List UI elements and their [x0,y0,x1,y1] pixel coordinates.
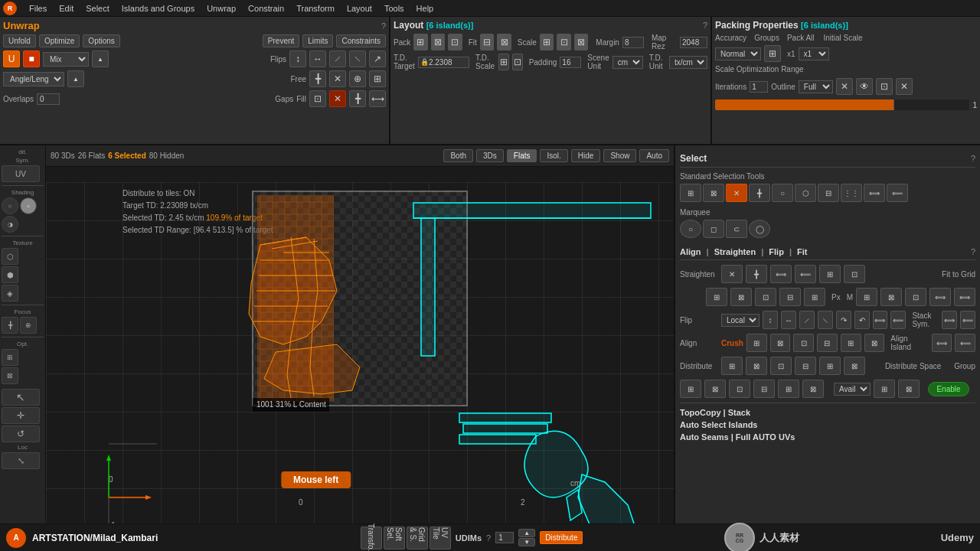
opt-btn2[interactable]: ⊠ [2,367,18,384]
menu-help[interactable]: Help [410,2,440,15]
sidebar-uv[interactable]: UV [2,165,40,182]
align-right-btn[interactable]: ⊡ [793,334,814,352]
flip-v-btn[interactable]: ↕ [289,51,306,67]
x1-select[interactable]: x1 [799,47,829,60]
focus-btn1[interactable]: ╋ [2,317,18,334]
straighten-btn6[interactable]: ⊡ [844,265,865,283]
uv-viewport[interactable]: 80 3Ds 26 Flats 6 Selected 80 Hidden Bot… [46,145,674,523]
menu-select[interactable]: Select [80,2,116,15]
pack-btn1[interactable]: ⊞ [413,34,428,51]
optimize-btn[interactable]: Optimize [39,34,80,47]
fit-btn1[interactable]: ⊟ [480,34,495,51]
dist-btn6[interactable]: ⊠ [844,357,865,375]
menu-constrain[interactable]: Constrain [242,2,290,15]
soft-sel-tab[interactable]: Soft Sel. [384,527,405,549]
flip-d2-tool[interactable]: ⟍ [818,311,833,329]
limits-btn[interactable]: Limits [302,34,333,47]
grid-tab[interactable]: Grid & S. [407,527,428,549]
menu-layout[interactable]: Layout [341,2,378,15]
crush-label[interactable]: Crush [721,339,743,347]
dist-avail-btn2[interactable]: ⊠ [898,380,920,398]
texture-btn3[interactable]: ◈ [2,285,18,302]
flip-rot1[interactable]: ↷ [836,311,851,329]
flip-d1-btn[interactable]: ⟋ [329,51,346,67]
fill-cross-icon[interactable]: ╋ [349,90,366,107]
tab-hide[interactable]: Hide [571,149,601,162]
ftg-btn3[interactable]: ⊡ [755,288,776,306]
stop-icon-btn[interactable]: ■ [23,51,40,67]
marquee-lasso[interactable]: ⊂ [726,220,747,238]
fit-btn2[interactable]: ⊠ [497,34,511,51]
align-bottom-btn[interactable]: ⊠ [864,334,885,352]
marquee-circ2[interactable]: ◯ [749,220,770,238]
flip-more1[interactable]: ⟺ [873,311,888,329]
ftg-btn1[interactable]: ⊞ [706,288,727,306]
td-target-input[interactable] [429,58,467,67]
select-tool-grid2[interactable]: ⊠ [703,184,724,202]
straighten-btn4[interactable]: ⟸ [795,265,816,283]
dist-sp-btn4[interactable]: ⊟ [753,380,775,398]
dist-sp-btn5[interactable]: ⊞ [778,380,799,398]
stack-sym-btn2[interactable]: ⟸ [960,311,975,329]
fill-move-icon[interactable]: ⟷ [369,90,386,107]
unwrap-question[interactable]: ? [381,21,386,31]
flip-h-tool[interactable]: ↔ [781,311,796,329]
map-rez-input[interactable] [680,37,707,48]
tool-move[interactable]: ✛ [2,407,40,424]
free-icon1[interactable]: ╋ [309,70,326,87]
focus-btn2[interactable]: ⊕ [20,317,37,334]
tab-flats[interactable]: Flats [507,149,537,162]
scale-btn3[interactable]: ⊠ [574,34,589,51]
dist-sp-btn1[interactable]: ⊞ [680,380,701,398]
padding-input[interactable] [560,57,581,68]
free-icon3[interactable]: ⊕ [349,70,366,87]
pack-all-icon1[interactable]: ⊞ [764,45,781,62]
shading-wire[interactable]: ● [20,197,37,214]
dist-btn2[interactable]: ⊠ [746,357,767,375]
select-tool-hex[interactable]: ⬡ [795,184,816,202]
align-center-v-btn[interactable]: ⊞ [841,334,861,352]
select-tool-more1[interactable]: ⟸ [887,184,908,202]
free-icon2[interactable]: ✕ [329,70,346,87]
scale-btn2[interactable]: ⊡ [557,34,571,51]
normal-select[interactable]: Normal [715,47,761,60]
avail-select[interactable]: Avail. [834,383,871,396]
select-tool-x[interactable]: ✕ [726,184,747,202]
overlaps-input[interactable] [37,93,60,105]
dist-btn5[interactable]: ⊞ [819,357,841,375]
ftg-btn5[interactable]: ⊞ [804,288,825,306]
pack-btn3[interactable]: ⊡ [448,34,462,51]
menu-islands[interactable]: Islands and Groups [116,2,201,15]
udim-down-btn[interactable]: ▼ [518,538,535,546]
select-tool-grid[interactable]: ⊞ [680,184,701,202]
select-question[interactable]: ? [971,154,975,163]
dist-avail-btn1[interactable]: ⊞ [874,380,895,398]
fill-icon[interactable]: ⊡ [309,90,326,107]
margin-input[interactable] [622,37,644,48]
dist-btn3[interactable]: ⊡ [770,357,792,375]
angle-length-dropdown[interactable]: Angle/Length [3,72,64,86]
mix-up-btn[interactable]: ▲ [92,51,109,67]
udim-question[interactable]: ? [486,533,491,543]
constraints-btn[interactable]: Constraints [336,34,386,47]
uv-tab[interactable]: UV Tile [430,527,451,549]
dist-sp-btn3[interactable]: ⊡ [729,380,750,398]
outline-icon2[interactable]: 👁 [856,78,873,95]
align-island-btn2[interactable]: ⟸ [955,334,975,352]
dist-btn1[interactable]: ⊞ [721,357,743,375]
unfold-btn[interactable]: Unfold [3,34,36,47]
straighten-btn1[interactable]: ✕ [721,265,743,283]
flip-more2[interactable]: ⟸ [890,311,906,329]
udim-value-input[interactable] [495,532,514,543]
tool-rotate[interactable]: ↺ [2,425,40,442]
select-tool-grid3[interactable]: ⊟ [818,184,839,202]
menu-edit[interactable]: Edit [53,2,80,15]
shading-mat[interactable]: ◑ [2,216,18,233]
texture-btn2[interactable]: ⬢ [2,266,18,283]
local-select[interactable]: Local [721,314,760,327]
align-top-btn[interactable]: ⊟ [817,334,838,352]
outline-icon4[interactable]: ✕ [896,78,913,95]
dist-sp-btn6[interactable]: ⊠ [802,380,824,398]
straighten-btn2[interactable]: ╋ [746,265,767,283]
align-center-h-btn[interactable]: ⊠ [770,334,791,352]
